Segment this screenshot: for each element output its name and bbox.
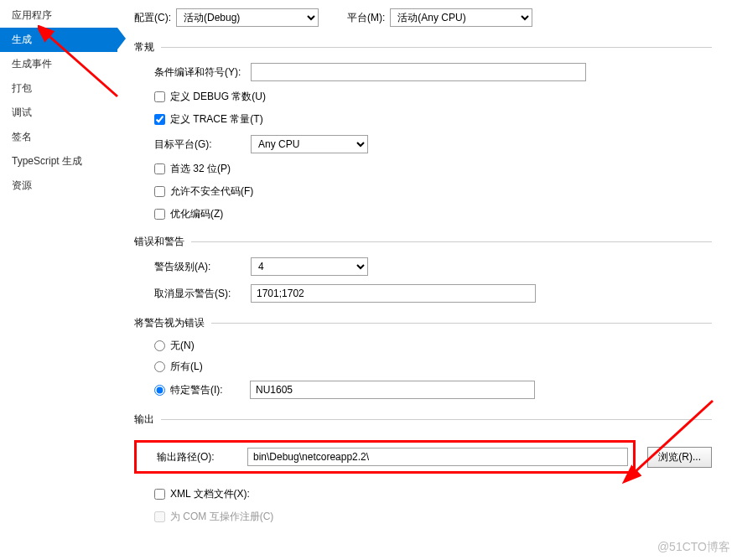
optimize-label: 优化编码(Z) — [170, 207, 223, 221]
divider — [161, 419, 712, 420]
unsafe-checkbox[interactable] — [154, 186, 165, 197]
xml-doc-label: XML 文档文件(X): — [170, 487, 250, 501]
watermark: @51CTO博客 — [657, 540, 730, 555]
xml-doc-checkbox[interactable] — [154, 489, 165, 500]
treat-all-radio[interactable] — [154, 361, 165, 372]
sidebar-item-typescript[interactable]: TypeScript 生成 — [0, 149, 117, 174]
treat-none-label: 无(N) — [170, 339, 195, 353]
treat-none-radio[interactable] — [154, 340, 165, 351]
section-output: 输出 — [134, 412, 154, 427]
define-trace-checkbox[interactable] — [154, 114, 165, 125]
config-label: 配置(C): — [134, 11, 171, 25]
divider — [211, 323, 712, 324]
treat-specific-radio[interactable] — [154, 385, 165, 396]
section-warnings: 错误和警告 — [134, 235, 184, 249]
suppress-warnings-input[interactable] — [251, 284, 536, 303]
section-general: 常规 — [134, 40, 154, 54]
warning-level-select[interactable]: 4 — [251, 257, 368, 276]
section-treat-warnings: 将警告视为错误 — [134, 316, 205, 330]
unsafe-label: 允许不安全代码(F) — [170, 184, 253, 199]
divider — [161, 47, 712, 48]
config-select[interactable]: 活动(Debug) — [176, 8, 319, 27]
main-panel: 配置(C): 活动(Debug) 平台(M): 活动(Any CPU) 常规 条… — [117, 0, 737, 560]
define-debug-checkbox[interactable] — [154, 91, 165, 102]
sidebar-item-build-events[interactable]: 生成事件 — [0, 52, 117, 76]
warning-level-label: 警告级别(A): — [154, 260, 251, 274]
target-platform-label: 目标平台(G): — [154, 137, 251, 152]
com-register-label: 为 COM 互操作注册(C) — [170, 510, 273, 524]
optimize-checkbox[interactable] — [154, 209, 165, 220]
browse-button[interactable]: 浏览(R)... — [647, 447, 712, 468]
suppress-warnings-label: 取消显示警告(S): — [154, 287, 251, 301]
output-path-label: 输出路径(O): — [157, 450, 247, 464]
target-platform-select[interactable]: Any CPU — [251, 135, 368, 153]
com-register-checkbox — [154, 511, 165, 522]
treat-specific-input[interactable] — [250, 381, 535, 399]
platform-label: 平台(M): — [347, 11, 385, 25]
sidebar-item-build[interactable]: 生成 — [0, 28, 117, 52]
divider — [191, 241, 712, 242]
sidebar-item-resources[interactable]: 资源 — [0, 174, 117, 198]
symbols-input[interactable] — [251, 63, 586, 81]
prefer32-checkbox[interactable] — [154, 163, 165, 174]
output-path-highlight: 输出路径(O): — [134, 440, 636, 474]
define-debug-label: 定义 DEBUG 常数(U) — [170, 90, 266, 104]
treat-specific-label: 特定警告(I): — [170, 383, 250, 397]
sidebar-item-package[interactable]: 打包 — [0, 76, 117, 101]
output-path-input[interactable] — [247, 448, 628, 466]
sidebar-item-sign[interactable]: 签名 — [0, 125, 117, 149]
prefer32-label: 首选 32 位(P) — [170, 162, 231, 176]
sidebar-item-debug[interactable]: 调试 — [0, 101, 117, 125]
sidebar: 应用程序 生成 生成事件 打包 调试 签名 TypeScript 生成 资源 — [0, 0, 117, 560]
sidebar-item-app[interactable]: 应用程序 — [0, 3, 117, 28]
define-trace-label: 定义 TRACE 常量(T) — [170, 112, 263, 127]
symbols-label: 条件编译和符号(Y): — [154, 65, 251, 80]
treat-all-label: 所有(L) — [170, 360, 203, 374]
platform-select[interactable]: 活动(Any CPU) — [390, 8, 532, 27]
